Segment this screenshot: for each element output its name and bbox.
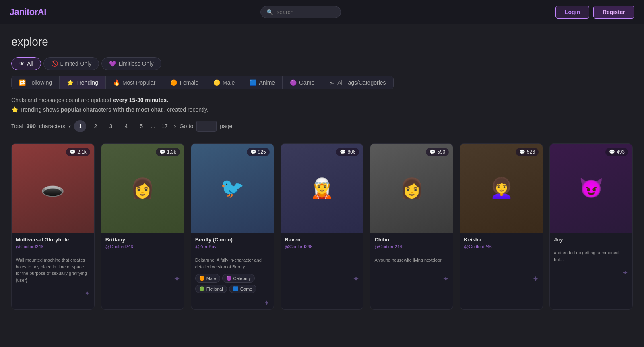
game-label: Game	[299, 79, 314, 86]
card-title: Chiho	[370, 233, 453, 244]
tab-all-tags[interactable]: 🏷 All Tags/Categories	[322, 76, 393, 89]
page-3-button[interactable]: 3	[105, 120, 117, 132]
card-desc: and ended up getting summoned, but...	[550, 249, 632, 267]
badge-count: 1.3k	[167, 149, 176, 155]
character-card[interactable]: 🧝 💬 806 Raven @Godlord246 ✦	[281, 143, 364, 310]
page-label: page	[220, 123, 232, 129]
header: JanitorAI 🔍 Login Register	[0, 0, 644, 24]
card-divider	[464, 254, 539, 254]
card-sparkle-icon: ✦	[281, 273, 363, 285]
page-ellipsis: ...	[151, 123, 155, 129]
card-badge: 💬 806	[336, 148, 359, 156]
limitless-icon: 💜	[109, 60, 116, 67]
page-2-button[interactable]: 2	[89, 120, 101, 132]
next-page-button[interactable]: ›	[174, 122, 176, 131]
login-button[interactable]: Login	[555, 6, 589, 19]
chat-icon: 💬	[250, 149, 256, 155]
following-label: Following	[28, 79, 52, 86]
tab-trending[interactable]: ⭐ Trending	[60, 76, 106, 89]
badge-count: 806	[347, 149, 355, 155]
page-17-button[interactable]: 17	[159, 120, 171, 132]
prev-page-button[interactable]: ‹	[68, 122, 71, 131]
filter-tabs: 👁 All 🚫 Limited Only 💜 Limitless Only	[11, 57, 633, 70]
card-title: Brittany	[101, 233, 184, 244]
card-badge: 💬 2.1k	[66, 148, 90, 156]
tag-celebrity[interactable]: 🟣 Celebrity	[222, 274, 255, 283]
card-sparkle-icon: ✦	[191, 297, 274, 309]
update-bold: every 15-30 minutes.	[113, 97, 168, 103]
badge-count: 2.1k	[77, 149, 87, 155]
filter-limitless-label: Limitless Only	[118, 60, 153, 67]
tag-icon: 🟠	[199, 276, 205, 281]
game-icon: 🟣	[290, 79, 297, 86]
chat-icon: 💬	[340, 149, 346, 155]
filter-tab-limitless[interactable]: 💜 Limitless Only	[101, 57, 161, 70]
tab-game[interactable]: 🟣 Game	[283, 76, 322, 89]
male-label: Male	[223, 79, 235, 86]
tag-male[interactable]: 🟠 Male	[195, 274, 220, 283]
character-card[interactable]: 👩 💬 1.3k Brittany @Godlord246 ✦	[101, 143, 184, 310]
search-input[interactable]	[277, 9, 333, 15]
character-card[interactable]: 👩‍🦱 💬 526 Keisha @Godlord246 ✦	[460, 143, 543, 310]
female-icon: 🟠	[170, 79, 177, 86]
card-placeholder-icon: 👩‍🦱	[460, 144, 543, 233]
character-card[interactable]: 👩 💬 590 Chiho @Godlord246 A young housew…	[370, 143, 453, 310]
filter-tab-limited[interactable]: 🚫 Limited Only	[43, 57, 99, 70]
badge-count: 925	[258, 149, 266, 155]
card-author: @Godlord246	[12, 244, 94, 251]
card-title: Berdly (Canon)	[191, 233, 274, 244]
anime-icon: 🟦	[250, 79, 256, 86]
page-1-button[interactable]: 1	[74, 120, 86, 132]
pagination: Total 390 characters ‹ 1 2 3 4 5 ... 17 …	[11, 120, 633, 132]
page-4-button[interactable]: 4	[120, 120, 132, 132]
character-card[interactable]: 🐦 💬 925 Berdly (Canon) @ZeroKay Deltarun…	[191, 143, 274, 310]
search-bar: 🔍	[260, 6, 341, 18]
filter-tab-all[interactable]: 👁 All	[11, 57, 41, 70]
limited-icon: 🚫	[51, 60, 58, 67]
tag-icon: 🟢	[199, 286, 205, 291]
most-popular-label: Most Popular	[122, 79, 155, 86]
page-5-button[interactable]: 5	[135, 120, 147, 132]
card-author: @ZeroKay	[191, 244, 274, 251]
tag-fictional[interactable]: 🟢 Fictional	[195, 285, 227, 293]
tab-most-popular[interactable]: 🔥 Most Popular	[106, 76, 163, 89]
card-sparkle-icon: ✦	[550, 267, 632, 279]
card-image: 🕳️ 💬 2.1k	[12, 144, 94, 233]
trending-label: Trending	[76, 79, 98, 86]
card-sparkle-icon: ✦	[12, 287, 94, 299]
tab-following[interactable]: 🔁 Following	[12, 76, 60, 89]
card-author: @Godlord246	[370, 244, 453, 251]
card-image: 🧝 💬 806	[281, 144, 363, 233]
card-desc	[101, 257, 184, 273]
page-jump-input[interactable]	[196, 121, 217, 132]
category-tabs: 🔁 Following ⭐ Trending 🔥 Most Popular 🟠 …	[11, 76, 394, 89]
tab-anime[interactable]: 🟦 Anime	[242, 76, 283, 89]
logo[interactable]: JanitorAI	[10, 7, 46, 17]
tag-game[interactable]: 🟦 Game	[229, 285, 256, 293]
card-placeholder-icon: 😈	[550, 144, 632, 233]
character-card[interactable]: 😈 💬 493 Joy and ended up getting summone…	[549, 143, 633, 310]
card-desc: Wall mounted machine that creates holes …	[12, 257, 94, 287]
card-author: @Godlord246	[101, 244, 184, 251]
card-badge: 💬 526	[516, 148, 539, 156]
anime-label: Anime	[259, 79, 275, 86]
card-image: 😈 💬 493	[550, 144, 632, 233]
card-divider	[285, 254, 359, 254]
all-tags-label: All Tags/Categories	[337, 79, 386, 86]
card-title: Multiversal Gloryhole	[12, 233, 94, 244]
filter-all-label: All	[27, 60, 33, 67]
trending-star: ⭐	[11, 106, 18, 113]
register-button[interactable]: Register	[593, 6, 634, 19]
tab-male[interactable]: 🟡 Male	[206, 76, 242, 89]
character-card[interactable]: 🕳️ 💬 2.1k Multiversal Gloryhole @Godlord…	[11, 143, 95, 310]
page-title: explore	[11, 35, 633, 48]
trending-note: ⭐ Trending shows popular characters with…	[11, 106, 633, 113]
cards-grid: 🕳️ 💬 2.1k Multiversal Gloryhole @Godlord…	[11, 143, 633, 310]
tags-icon: 🏷	[329, 79, 335, 86]
card-desc: Deltarune: A fully in-character and deta…	[191, 257, 274, 274]
tab-female[interactable]: 🟠 Female	[163, 76, 206, 89]
fire-icon: 🔥	[113, 79, 120, 86]
go-to-label: Go to	[180, 123, 193, 129]
card-desc	[281, 257, 363, 273]
card-author: @Godlord246	[281, 244, 363, 251]
